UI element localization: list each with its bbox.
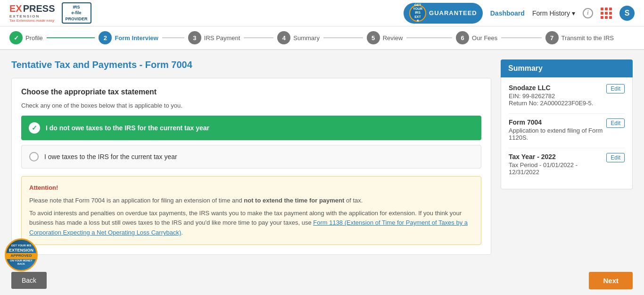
- back-button[interactable]: Back: [11, 272, 47, 289]
- step-7-circle: 7: [545, 31, 559, 44]
- form-history-label: Form History: [532, 9, 570, 17]
- summary-company-section: Edit Snodaze LLC EIN: 99-8262782 Return …: [509, 84, 625, 107]
- step-1-line: [47, 37, 95, 38]
- logo-ex: EX: [9, 3, 22, 14]
- logo: EXPRESS EXTENSION Tax Extensions made ea…: [9, 3, 55, 23]
- edit-form-button[interactable]: Edit: [606, 118, 625, 128]
- step-3-circle: 3: [188, 31, 201, 44]
- summary-form-section: Edit Form 7004 Application to extend fil…: [509, 118, 625, 141]
- next-button[interactable]: Next: [589, 272, 633, 289]
- badge-seal: GET YOURIRSEXT★: [409, 5, 426, 22]
- form-card-heading: Choose the appropriate tax statement: [21, 88, 481, 96]
- nav-buttons: Back Next: [0, 264, 644, 295]
- attention-line1: Please note that Form 7004 is an applica…: [29, 196, 473, 206]
- step-1-label: Profile: [25, 34, 43, 42]
- attention-line2: To avoid interests and penalties on over…: [29, 209, 473, 238]
- summary-body: Edit Snodaze LLC EIN: 99-8262782 Return …: [501, 77, 633, 189]
- step-4-label: Summary: [293, 34, 320, 42]
- check-circle-icon: [29, 122, 40, 134]
- header-right: GET YOURIRSEXT★ GUARANTEED Dashboard For…: [404, 3, 635, 24]
- logo-press: PRESS: [23, 3, 55, 14]
- form-area: Tentative Tax and Payments - Form 7004 C…: [11, 59, 491, 255]
- stamp-line1: GET YOUR IRS: [6, 244, 36, 248]
- radio-circle-icon: [29, 152, 39, 161]
- step-form-interview[interactable]: 2 Form Interview: [99, 31, 188, 44]
- step-7-label: Transmit to the IRS: [561, 34, 614, 42]
- ein-value: 99-8262782: [522, 93, 555, 100]
- guaranteed-badge: GET YOURIRSEXT★ GUARANTEED: [404, 3, 483, 24]
- form-card: Choose the appropriate tax statement Che…: [11, 78, 491, 255]
- step-4-circle: 4: [277, 31, 290, 44]
- stamp-badge: GET YOUR IRS EXTENSION APPROVED ON YOUR …: [5, 238, 38, 271]
- summary-panel: Summary Edit Snodaze LLC EIN: 99-8262782…: [501, 59, 633, 255]
- stamp-line2: EXTENSION: [6, 248, 36, 253]
- ein-label: EIN:: [509, 93, 520, 100]
- info-icon[interactable]: i: [583, 8, 593, 18]
- edit-company-button[interactable]: Edit: [606, 84, 625, 93]
- summary-tax-period: Tax Period - 01/01/2022 - 12/31/2022: [509, 161, 625, 176]
- step-1-circle: ✓: [9, 31, 23, 44]
- summary-return-no: Return No: 2A0000223F0E9-5.: [509, 100, 625, 107]
- summary-tax-year-section: Edit Tax Year - 2022 Tax Period - 01/01/…: [509, 153, 625, 176]
- return-no-value: 2A0000223F0E9-5.: [540, 100, 594, 107]
- step-summary[interactable]: 4 Summary: [277, 31, 366, 44]
- attention-title: Attention!: [29, 183, 473, 193]
- step-3-line: [244, 37, 273, 38]
- logo-extension: EXTENSION: [9, 14, 55, 18]
- summary-divider-2: [509, 148, 625, 148]
- step-2-line: [162, 37, 184, 38]
- stamp-line4: ON YOUR MONEY BACK: [6, 259, 36, 266]
- step-6-label: Our Fees: [472, 34, 497, 42]
- irs-approved: e-file: [66, 10, 88, 16]
- user-avatar[interactable]: S: [619, 6, 635, 21]
- summary-divider-1: [509, 113, 625, 114]
- step-6-line: [501, 37, 541, 38]
- option-2-text: I owe taxes to the IRS for the current t…: [44, 153, 177, 160]
- attention-box: Attention! Please note that Form 7004 is…: [21, 176, 481, 245]
- step-irs-payment[interactable]: 3 IRS Payment: [188, 31, 277, 44]
- irs-badge: IRS e-file PROVIDER: [62, 2, 91, 24]
- option-1-text: I do not owe taxes to the IRS for the cu…: [46, 124, 209, 132]
- form-instructions: Check any one of the boxes below that is…: [21, 102, 481, 109]
- stamp-line3: APPROVED: [6, 253, 36, 259]
- page-title: Tentative Tax and Payments - Form 7004: [11, 59, 491, 70]
- stepper: ✓ Profile 2 Form Interview 3 IRS Payment…: [0, 26, 644, 50]
- apps-grid-icon[interactable]: [601, 8, 612, 19]
- summary-form-desc: Application to extend filing of Form 112…: [509, 127, 625, 141]
- main-content: Tentative Tax and Payments - Form 7004 C…: [0, 50, 644, 264]
- attention-bold: not to extend the time for payment: [244, 197, 344, 204]
- summary-ein: EIN: 99-8262782: [509, 93, 625, 100]
- summary-header: Summary: [501, 59, 633, 77]
- logo-area: EXPRESS EXTENSION Tax Extensions made ea…: [9, 2, 91, 24]
- guaranteed-text: GUARANTEED: [429, 9, 477, 17]
- step-6-circle: 6: [456, 31, 469, 44]
- option-no-taxes[interactable]: I do not owe taxes to the IRS for the cu…: [21, 116, 481, 140]
- step-3-label: IRS Payment: [204, 34, 240, 42]
- step-4-line: [323, 37, 363, 38]
- step-transmit[interactable]: 7 Transmit to the IRS: [545, 31, 635, 44]
- step-review[interactable]: 5 Review: [367, 31, 456, 44]
- form-history-chevron: ▾: [572, 9, 575, 17]
- logo-tagline: Tax Extensions made easy: [9, 18, 55, 23]
- step-our-fees[interactable]: 6 Our Fees: [456, 31, 545, 44]
- step-2-circle: 2: [99, 31, 112, 44]
- step-5-label: Review: [383, 34, 403, 42]
- form-history-menu[interactable]: Form History ▾: [532, 9, 575, 17]
- edit-tax-year-button[interactable]: Edit: [606, 153, 625, 162]
- dashboard-link[interactable]: Dashboard: [490, 9, 525, 17]
- irs-provider: PROVIDER: [66, 16, 88, 22]
- step-2-label: Form Interview: [115, 34, 158, 42]
- irs-label: IRS: [66, 4, 88, 10]
- return-no-label: Return No:: [509, 100, 538, 107]
- option-owe-taxes[interactable]: I owe taxes to the IRS for the current t…: [21, 145, 481, 169]
- step-5-line: [406, 37, 452, 38]
- step-5-circle: 5: [367, 31, 380, 44]
- header: EXPRESS EXTENSION Tax Extensions made ea…: [0, 0, 644, 26]
- step-profile[interactable]: ✓ Profile: [9, 31, 99, 44]
- tax-period-label: Tax Period -: [509, 161, 541, 169]
